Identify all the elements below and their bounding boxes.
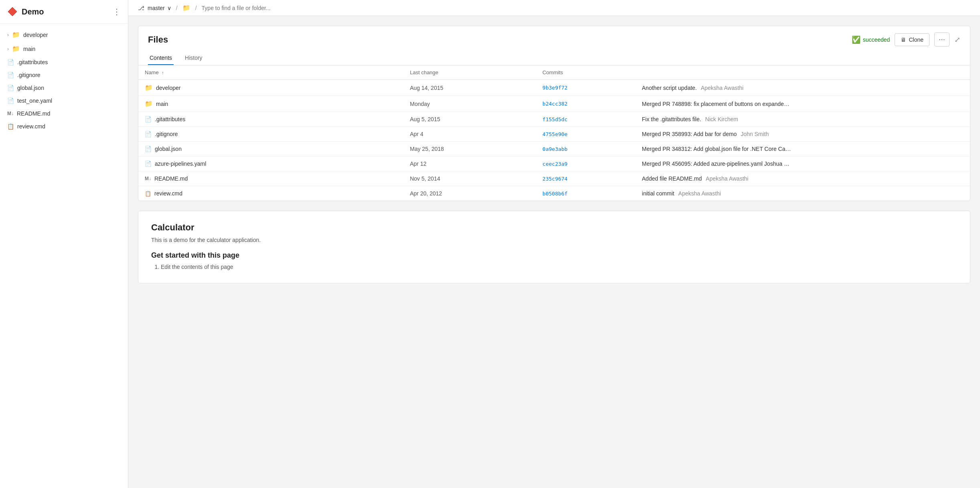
sidebar-file-label: review.cmd	[17, 123, 45, 130]
sidebar-item-test-one-yaml[interactable]: 📄 test_one.yaml	[0, 94, 128, 107]
commit-hash-cell[interactable]: 9b3e9f72	[536, 80, 636, 96]
commit-hash-cell[interactable]: 235c9674	[536, 171, 636, 186]
sidebar-file-label: README.md	[17, 110, 50, 117]
commit-hash-cell[interactable]: 0a9e3abb	[536, 142, 636, 157]
commit-msg-cell: Fix the .gitattributes file. Nick Kirche…	[636, 112, 970, 127]
file-name-cell[interactable]: M↓ README.md	[138, 171, 403, 186]
app-logo: Demo	[7, 6, 44, 17]
sidebar-item-developer[interactable]: › 📁 developer	[0, 28, 128, 42]
md-icon: M↓	[7, 111, 14, 116]
sidebar-item-review-cmd[interactable]: 📋 review.cmd	[0, 120, 128, 133]
branch-selector[interactable]: master ∨	[148, 5, 171, 11]
md-icon: M↓	[145, 176, 151, 181]
table-row[interactable]: 📄 azure-pipelines.yaml Apr 12 ceec23a9 M…	[138, 157, 970, 171]
commit-msg-cell: Another script update. Apeksha Awasthi	[636, 80, 970, 96]
file-name-cell[interactable]: 📄 .gitignore	[138, 127, 403, 142]
branch-icon: ⎇	[138, 5, 144, 11]
succeeded-badge: ✅ succeeded	[852, 35, 890, 44]
path-separator2: /	[195, 5, 197, 11]
folder-icon: 📁	[12, 31, 20, 39]
file-table: Name ↑ Last change Commits 📁 developer A…	[138, 65, 970, 201]
file-name-cell[interactable]: 📄 .gitattributes	[138, 112, 403, 127]
readme-list: Edit the contents of this page	[151, 264, 957, 270]
commit-msg-cell: initial commit Apeksha Awasthi	[636, 186, 970, 201]
file-name-cell[interactable]: 📋 review.cmd	[138, 186, 403, 201]
commit-msg-cell: Merged PR 358993: Add bar for demo John …	[636, 127, 970, 142]
app-title: Demo	[22, 7, 44, 16]
content-area: Files ✅ succeeded 🖥 Clone ⋯ ⤢ Contents	[128, 16, 980, 488]
last-change-cell: Monday	[403, 96, 536, 112]
sidebar-item-gitignore[interactable]: 📄 .gitignore	[0, 69, 128, 81]
th-commits: Commits	[536, 65, 636, 80]
file-name: developer	[156, 85, 181, 91]
more-options-button[interactable]: ⋯	[934, 33, 950, 47]
commit-message: Merged PR 456095: Added azure-pipelines.…	[642, 161, 790, 167]
commit-hash-cell[interactable]: b0508b6f	[536, 186, 636, 201]
tab-history[interactable]: History	[183, 51, 204, 65]
table-row[interactable]: 📁 developer Aug 14, 2015 9b3e9f72 Anothe…	[138, 80, 970, 96]
file-name: .gitattributes	[155, 116, 185, 122]
file-name-cell[interactable]: 📁 developer	[138, 80, 403, 96]
file-icon: 📄	[145, 116, 152, 122]
commit-message: Merged PR 358993: Add bar for demo	[642, 131, 737, 137]
sidebar-item-gitattributes[interactable]: 📄 .gitattributes	[0, 56, 128, 69]
table-row[interactable]: 📁 main Monday b24cc382 Merged PR 748898:…	[138, 96, 970, 112]
commit-author: John Smith	[741, 131, 769, 137]
sidebar-more-icon[interactable]: ⋮	[113, 7, 121, 16]
file-icon: 📄	[7, 59, 14, 65]
commit-msg-cell: Added file README.md Apeksha Awasthi	[636, 171, 970, 186]
table-row[interactable]: 📄 .gitattributes Aug 5, 2015 f155d5dc Fi…	[138, 112, 970, 127]
files-title: Files	[148, 35, 168, 45]
commit-message: Another script update.	[642, 85, 697, 91]
file-name: review.cmd	[154, 190, 182, 197]
file-icon: 📄	[7, 85, 14, 91]
readme-section: Calculator This is a demo for the calcul…	[138, 211, 970, 283]
expand-icon[interactable]: ⤢	[954, 35, 960, 44]
sidebar-file-label: global.json	[17, 85, 44, 91]
commit-hash-cell[interactable]: ceec23a9	[536, 157, 636, 171]
file-name: README.md	[154, 175, 188, 182]
table-row[interactable]: 📋 review.cmd Apr 20, 2012 b0508b6f initi…	[138, 186, 970, 201]
file-name-cell[interactable]: 📄 global.json	[138, 142, 403, 157]
commit-hash-cell[interactable]: f155d5dc	[536, 112, 636, 127]
readme-title: Calculator	[151, 222, 957, 233]
file-name: main	[156, 101, 168, 107]
table-row[interactable]: 📄 global.json May 25, 2018 0a9e3abb Merg…	[138, 142, 970, 157]
commit-hash-cell[interactable]: b24cc382	[536, 96, 636, 112]
th-name: Name ↑	[138, 65, 403, 80]
cmd-icon: 📋	[145, 191, 151, 197]
chevron-icon: ›	[7, 46, 9, 52]
file-name-cell[interactable]: 📄 azure-pipelines.yaml	[138, 157, 403, 171]
files-header: Files ✅ succeeded 🖥 Clone ⋯ ⤢	[138, 26, 970, 47]
files-section: Files ✅ succeeded 🖥 Clone ⋯ ⤢ Contents	[138, 26, 970, 201]
tab-contents[interactable]: Contents	[148, 51, 174, 65]
file-name-cell[interactable]: 📁 main	[138, 96, 403, 112]
folder-path-icon: 📁	[182, 4, 190, 12]
list-item: Edit the contents of this page	[161, 264, 957, 270]
sidebar: Demo ⋮ › 📁 developer › 📁 main 📄 .gitattr…	[0, 0, 128, 488]
last-change-cell: Apr 20, 2012	[403, 186, 536, 201]
top-bar: ⎇ master ∨ / 📁 /	[128, 0, 980, 16]
sidebar-nav: › 📁 developer › 📁 main 📄 .gitattributes …	[0, 24, 128, 137]
file-name: global.json	[155, 146, 182, 152]
cmd-icon: 📋	[7, 123, 14, 130]
readme-description: This is a demo for the calculator applic…	[151, 237, 957, 243]
sidebar-item-global-json[interactable]: 📄 global.json	[0, 81, 128, 94]
table-row[interactable]: 📄 .gitignore Apr 4 4755e90e Merged PR 35…	[138, 127, 970, 142]
commit-hash-cell[interactable]: 4755e90e	[536, 127, 636, 142]
check-circle-icon: ✅	[852, 35, 861, 44]
sidebar-item-readme[interactable]: M↓ README.md	[0, 107, 128, 120]
path-input[interactable]	[202, 5, 970, 11]
sidebar-file-label: .gitignore	[17, 72, 40, 78]
commit-author: Apeksha Awasthi	[706, 175, 748, 182]
table-row[interactable]: M↓ README.md Nov 5, 2014 235c9674 Added …	[138, 171, 970, 186]
th-last-change: Last change	[403, 65, 536, 80]
last-change-cell: Apr 12	[403, 157, 536, 171]
file-name: azure-pipelines.yaml	[155, 161, 206, 167]
files-actions: ✅ succeeded 🖥 Clone ⋯ ⤢	[852, 33, 960, 47]
sidebar-item-main[interactable]: › 📁 main	[0, 42, 128, 56]
main-content: ⎇ master ∨ / 📁 / Files ✅ succeeded 🖥 Clo…	[128, 0, 980, 488]
commit-message: Fix the .gitattributes file.	[642, 116, 701, 122]
last-change-cell: May 25, 2018	[403, 142, 536, 157]
clone-button[interactable]: 🖥 Clone	[895, 33, 929, 46]
